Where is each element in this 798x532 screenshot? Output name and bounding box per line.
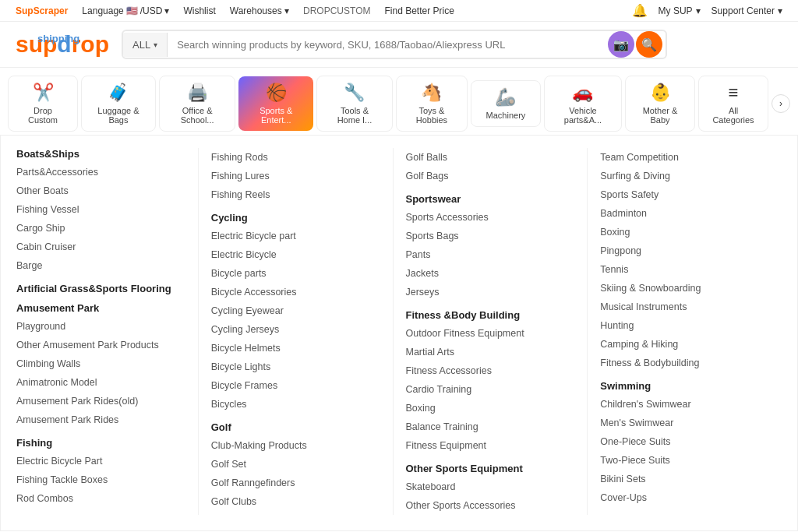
menu-item[interactable]: Sports Accessories <box>406 208 575 227</box>
menu-item[interactable]: Two-Piece Suits <box>600 451 769 470</box>
menu-item[interactable]: Camping & Hiking <box>600 335 769 354</box>
vehicle-icon: 🚗 <box>572 83 593 103</box>
tools-icon: 🔧 <box>344 83 365 103</box>
menu-item[interactable]: Cargo Ship <box>16 219 185 238</box>
language-selector[interactable]: Language 🇺🇸 /USD ▾ <box>82 5 169 16</box>
menu-col-2: Fishing Rods Fishing Lures Fishing Reels… <box>199 148 394 515</box>
menu-item-rod-combos[interactable]: Rod Combos <box>16 489 185 508</box>
menu-item[interactable]: Bicycle Helmets <box>211 339 380 358</box>
cat-toys[interactable]: 🐴 Toys & Hobbies <box>396 76 468 132</box>
cat-office[interactable]: 🖨️ Office & School... <box>159 76 236 132</box>
menu-item[interactable]: One-Piece Suits <box>600 432 769 451</box>
menu-item[interactable]: Parts&Accessories <box>16 163 185 181</box>
menu-item[interactable]: Men's Swimwear <box>600 414 769 432</box>
menu-item[interactable]: Bicycle parts <box>211 264 380 283</box>
cat-vehicle[interactable]: 🚗 Vehicle parts&A... <box>544 76 622 132</box>
menu-item[interactable]: Pingpong <box>600 241 769 260</box>
menu-item[interactable]: Team Competition <box>600 148 769 167</box>
menu-item[interactable]: Pants <box>406 245 575 264</box>
menu-item[interactable]: Electric Bicycle <box>211 245 380 264</box>
menu-item[interactable]: Cycling Jerseys <box>211 320 380 339</box>
menu-item[interactable]: Other Sports Accessories <box>406 496 575 515</box>
menu-item[interactable]: Fishing Rods <box>211 148 380 167</box>
menu-item[interactable]: Tennis <box>600 260 769 279</box>
menu-item[interactable]: Club-Making Products <box>211 436 380 455</box>
chevron-down-icon: ▾ <box>778 5 782 16</box>
warehouses-menu[interactable]: Warehouses ▾ <box>230 5 289 16</box>
section-boats: Boats&Ships <box>16 148 185 160</box>
menu-item[interactable]: Amusement Park Rides(old) <box>16 392 185 410</box>
menu-item-playground[interactable]: Playground <box>16 317 185 336</box>
menu-item[interactable]: Balance Training <box>406 417 575 436</box>
menu-item[interactable]: Cardio Training <box>406 380 575 399</box>
search-input[interactable] <box>168 33 608 57</box>
support-center-menu[interactable]: Support Center ▾ <box>711 5 782 16</box>
menu-item[interactable]: Sports Safety <box>600 185 769 204</box>
menu-item[interactable]: Fishing Vessel <box>16 200 185 219</box>
menu-item[interactable]: Fishing Lures <box>211 167 380 185</box>
cat-sports[interactable]: 🏀 Sports & Entert... <box>238 76 313 131</box>
menu-item[interactable]: Sports Bags <box>406 227 575 245</box>
menu-item[interactable]: Fishing Tackle Boxes <box>16 470 185 489</box>
cat-drop-custom[interactable]: ✂️ Drop Custom <box>8 76 78 132</box>
menu-item[interactable]: Jerseys <box>406 283 575 301</box>
menu-item[interactable]: Golf Bags <box>406 167 575 185</box>
menu-item[interactable]: Surfing & Diving <box>600 167 769 185</box>
categories-next-arrow[interactable]: › <box>772 94 790 113</box>
menu-item[interactable]: Electric Bicycle Part <box>16 452 185 470</box>
cat-mother[interactable]: 👶 Mother & Baby <box>625 76 695 132</box>
menu-item[interactable]: Martial Arts <box>406 343 575 361</box>
menu-item[interactable]: Bicycle Accessories <box>211 283 380 301</box>
menu-item[interactable]: Outdoor Fitness Equipment <box>406 324 575 343</box>
menu-item[interactable]: Animatronic Model <box>16 373 185 392</box>
menu-item[interactable]: Golf Set <box>211 455 380 474</box>
find-price-link[interactable]: Find Better Price <box>384 5 454 16</box>
my-sup-menu[interactable]: My SUP ▾ <box>659 5 701 16</box>
cat-luggage[interactable]: 🧳 Luggage & Bags <box>81 76 156 132</box>
search-category-dropdown[interactable]: ALL <box>123 33 168 57</box>
menu-item[interactable]: Climbing Walls <box>16 354 185 373</box>
menu-item[interactable]: Bicycle Lights <box>211 358 380 376</box>
menu-item[interactable]: Fishing Reels <box>211 185 380 204</box>
menu-item[interactable]: Electric Bicycle part <box>211 227 380 245</box>
menu-item[interactable]: Bikini Sets <box>600 470 769 488</box>
menu-item[interactable]: Cabin Cruiser <box>16 238 185 256</box>
menu-item-golf-clubs[interactable]: Golf Clubs <box>211 492 380 511</box>
menu-item[interactable]: Cover-Ups <box>600 488 769 507</box>
menu-item[interactable]: Bicycles <box>211 395 380 414</box>
cat-tools[interactable]: 🔧 Tools & Home I... <box>316 76 393 132</box>
menu-item[interactable]: Other Amusement Park Products <box>16 336 185 354</box>
menu-item[interactable]: Barge <box>16 256 185 275</box>
cat-all[interactable]: ≡ All Categories <box>698 76 768 132</box>
dropcustom-link[interactable]: DROPCUSTOM <box>303 5 370 16</box>
search-button[interactable]: 🔍 <box>636 31 662 58</box>
menu-item[interactable]: Golf Balls <box>406 148 575 167</box>
menu-item[interactable]: Cycling Eyewear <box>211 301 380 320</box>
notification-icon[interactable]: 🔔 <box>632 3 648 18</box>
menu-item[interactable]: Children's Swimwear <box>600 395 769 414</box>
menu-item[interactable]: Boxing <box>600 223 769 241</box>
menu-item[interactable]: Badminton <box>600 204 769 223</box>
wishlist-link[interactable]: Wishlist <box>183 5 215 16</box>
menu-item[interactable]: Fitness & Bodybuilding <box>600 354 769 372</box>
camera-search-button[interactable]: 📷 <box>608 31 634 58</box>
category-tabs: ✂️ Drop Custom 🧳 Luggage & Bags 🖨️ Offic… <box>0 68 798 136</box>
section-cycling: Cycling <box>211 212 380 224</box>
menu-item[interactable]: Amusement Park Rides <box>16 410 185 429</box>
menu-item[interactable]: Fitness Equipment <box>406 436 575 455</box>
luggage-icon: 🧳 <box>108 83 129 103</box>
menu-item[interactable]: Bicycle Frames <box>211 376 380 395</box>
logo[interactable]: shipping supdrop <box>16 33 109 56</box>
menu-item[interactable]: Skateboard <box>406 477 575 496</box>
menu-item-boxing[interactable]: Boxing <box>406 399 575 417</box>
menu-col-1: Boats&Ships Parts&Accessories Other Boat… <box>16 148 199 515</box>
menu-item[interactable]: Other Boats <box>16 181 185 200</box>
menu-item[interactable]: Hunting <box>600 316 769 335</box>
menu-item[interactable]: Fitness Accessories <box>406 361 575 380</box>
supscraper-link[interactable]: SupScraper <box>16 5 68 16</box>
menu-item[interactable]: Jackets <box>406 264 575 283</box>
cat-machinery[interactable]: 🦾 Machinery <box>471 80 541 127</box>
menu-item[interactable]: Musical Instruments <box>600 298 769 316</box>
menu-item[interactable]: Skiing & Snowboarding <box>600 279 769 298</box>
menu-item[interactable]: Golf Ranngefinders <box>211 474 380 492</box>
